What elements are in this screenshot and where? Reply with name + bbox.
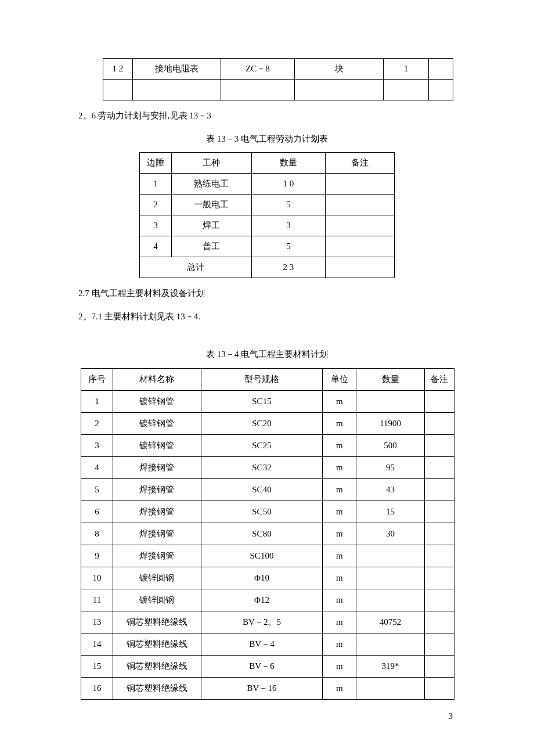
- cell: 焊接钢管: [113, 456, 201, 478]
- cell: 40752: [356, 611, 425, 633]
- cell: m: [323, 677, 356, 699]
- table-row: 15铜芯塑料绝缘线BV－6m319*: [81, 655, 454, 677]
- cell: [425, 655, 454, 677]
- cell: 3: [140, 215, 172, 236]
- cell: 95: [356, 456, 425, 478]
- table-row: 1熟练电工1 0: [140, 174, 395, 195]
- page-number: 3: [449, 711, 453, 721]
- table-row: 2一般电工5: [140, 195, 395, 215]
- cell: 1: [384, 59, 429, 80]
- cell: 11: [81, 589, 113, 611]
- cell: [425, 589, 454, 611]
- cell: [425, 611, 454, 633]
- table-row: 5焊接钢管SC40m43: [81, 478, 454, 501]
- cell: BV－16: [201, 677, 323, 699]
- cell: 镀锌圆钢: [113, 567, 201, 589]
- table-row: 14铜芯塑料绝缘线BV－4m: [81, 633, 454, 655]
- cell: m: [323, 545, 356, 567]
- cell: [384, 80, 429, 100]
- cell: 接地电阻表: [132, 59, 221, 80]
- table-row: 1镀锌钢管SC15m: [81, 390, 454, 412]
- cell: 6: [81, 501, 113, 523]
- cell: 普工: [171, 236, 251, 257]
- table-13-3-title: 表 13－3 电气工程劳动力计划表: [78, 132, 456, 147]
- table-row: 3镀锌钢管SC25m500: [81, 434, 454, 456]
- table-row: 1 2接地电阻表ZC－8块1: [103, 59, 453, 80]
- table-footer-row: 总计 2 3: [140, 257, 395, 278]
- cell: [356, 390, 425, 412]
- table-13-3-labor-plan: 边陲 工种 数量 备注 1熟练电工1 02一般电工53焊工34普工5 总计 2 …: [139, 152, 395, 278]
- header-seq: 序号: [81, 368, 113, 390]
- footer-total-label: 总计: [140, 257, 252, 278]
- cell: m: [323, 478, 356, 501]
- cell: m: [323, 412, 356, 434]
- cell: [425, 412, 454, 434]
- cell: m: [323, 633, 356, 655]
- header-index: 边陲: [140, 153, 172, 174]
- table-row: 8焊接钢管SC80m30: [81, 523, 454, 545]
- cell: [425, 390, 454, 412]
- cell: 13: [81, 611, 113, 633]
- table-header-row: 边陲 工种 数量 备注: [140, 153, 395, 174]
- cell: [425, 677, 454, 699]
- table-row: 16铜芯塑料绝缘线BV－16m: [81, 677, 454, 699]
- footer-total-value: 2 3: [251, 257, 326, 278]
- cell: 镀锌钢管: [113, 390, 201, 412]
- document-page: 1 2接地电阻表ZC－8块1 2。6 劳动力计划与安排,见表 13－3 表 13…: [0, 0, 534, 735]
- cell: [295, 80, 384, 100]
- cell: 16: [81, 677, 113, 699]
- cell: [425, 523, 454, 545]
- cell: 30: [356, 523, 425, 545]
- cell: [103, 80, 133, 100]
- cell: 焊接钢管: [113, 501, 201, 523]
- cell: 铜芯塑料绝缘线: [113, 655, 201, 677]
- header-note: 备注: [326, 153, 395, 174]
- cell: 11900: [356, 412, 425, 434]
- cell: m: [323, 390, 356, 412]
- cell: 2: [81, 412, 113, 434]
- cell: m: [323, 655, 356, 677]
- cell: [429, 59, 453, 80]
- cell: 焊接钢管: [113, 478, 201, 501]
- cell: 8: [81, 523, 113, 545]
- cell: 铜芯塑料绝缘线: [113, 677, 201, 699]
- cell: [425, 478, 454, 501]
- cell: 1 0: [251, 174, 326, 195]
- cell: [326, 195, 395, 215]
- cell: BV－4: [201, 633, 323, 655]
- cell: [429, 80, 453, 100]
- cell: [132, 80, 221, 100]
- cell: m: [323, 456, 356, 478]
- cell: 15: [81, 655, 113, 677]
- cell: 3: [251, 215, 326, 236]
- header-qty: 数量: [251, 153, 326, 174]
- cell: SC100: [201, 545, 323, 567]
- cell: [356, 589, 425, 611]
- cell: [425, 545, 454, 567]
- cell: [326, 215, 395, 236]
- cell: SC20: [201, 412, 323, 434]
- paragraph-2-7: 2.7 电气工程主要材料及设备计划: [78, 286, 456, 301]
- cell: SC15: [201, 390, 323, 412]
- cell: 1 2: [103, 59, 133, 80]
- cell: 焊接钢管: [113, 545, 201, 567]
- cell: 2: [140, 195, 172, 215]
- table-row: 4普工5: [140, 236, 395, 257]
- table-row: 11镀锌圆钢Φ12m: [81, 589, 454, 611]
- cell: 镀锌圆钢: [113, 589, 201, 611]
- cell: 5: [251, 236, 326, 257]
- cell: 块: [295, 59, 384, 80]
- table-equipment-fragment: 1 2接地电阻表ZC－8块1: [103, 58, 453, 100]
- cell: ZC－8: [221, 59, 295, 80]
- cell: BV－2。5: [201, 611, 323, 633]
- cell: [356, 633, 425, 655]
- table-row: 4焊接钢管SC32m95: [81, 456, 454, 478]
- cell: 4: [81, 456, 113, 478]
- cell: 1: [140, 174, 172, 195]
- cell: 铜芯塑料绝缘线: [113, 611, 201, 633]
- cell: [425, 567, 454, 589]
- header-qty: 数量: [356, 368, 425, 390]
- cell: SC40: [201, 478, 323, 501]
- cell: 15: [356, 501, 425, 523]
- header-note: 备注: [425, 368, 454, 390]
